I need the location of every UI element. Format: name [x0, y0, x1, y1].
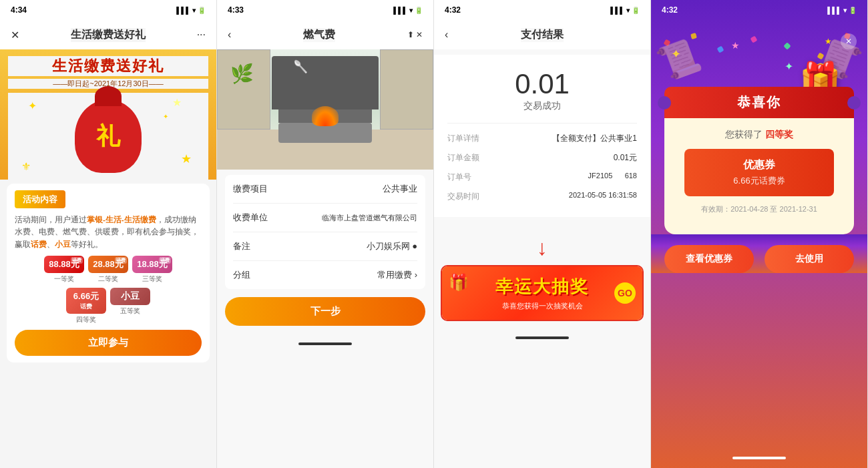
signal-icons-2: ▌▌▌ ▾ 🔋 — [393, 7, 423, 14]
form-row-note: 备注 小刀娱乐网 ● — [233, 232, 417, 261]
panel-1-promo: 4:34 ▌▌▌ ▾ 🔋 ✕ 生活缴费送好礼 ··· 生活缴费送好礼 ——即日起… — [0, 0, 217, 468]
bottom-bar-2 — [217, 334, 433, 354]
use-coupon-button[interactable]: 去使用 — [765, 245, 854, 273]
panel-3-payment: 4:32 ▌▌▌ ▾ 🔋 ‹ 支付结果 0.01 交易成功 订单详情 【全额支付… — [434, 0, 651, 468]
form-label-note: 备注 — [233, 240, 250, 252]
more-icon[interactable]: ··· — [197, 29, 206, 41]
lottery-inner: 🎁 幸运大抽奖 恭喜您获得一次抽奖机会 GO — [442, 266, 642, 320]
star-deco-5: ✦ — [163, 113, 168, 120]
prize-row-1: 话费 88.88元 一等奖 话费 28.88元 二等奖 话费 18.88元 — [15, 256, 202, 284]
prize-badge-1: 话费 88.88元 — [44, 256, 84, 273]
time-4: 4:32 — [662, 5, 678, 15]
prize-label-1: 一等奖 — [54, 274, 74, 284]
lottery-banner[interactable]: 🎁 幸运大抽奖 恭喜您获得一次抽奖机会 GO — [441, 265, 644, 321]
view-coupon-button[interactable]: 查看优惠券 — [664, 245, 754, 273]
congrats-title: 恭喜你 — [737, 95, 781, 109]
divider-1 — [447, 123, 637, 124]
detail-label-orderid: 订单号 — [447, 172, 471, 183]
desc-text-1: 活动期间，用户通过 — [15, 216, 87, 224]
prize-corner-3: 话费 — [159, 257, 171, 264]
lottery-title: 幸运大抽奖 — [495, 275, 589, 298]
star-confetti-2: ★ — [731, 40, 740, 51]
form-value-unit: 临海市上盘管道燃气有限公司 — [322, 213, 417, 223]
participate-button[interactable]: 立即参与 — [15, 330, 202, 356]
prize-row-2: 6.66元 话费 四等奖 小豆 五等奖 — [15, 288, 202, 324]
confetti-3 — [717, 46, 724, 53]
gift-bag-shape: 礼 — [75, 99, 142, 173]
page-title-2: 燃气费 — [303, 28, 335, 42]
flame — [312, 106, 339, 126]
activity-link[interactable]: 掌银-生活-生活缴费 — [87, 216, 156, 224]
close-button[interactable]: ✕ — [841, 33, 857, 49]
cabinet-left — [217, 49, 270, 130]
coupon-display: 优惠券 6.66元话费券 — [684, 149, 834, 196]
time-1: 4:34 — [11, 5, 27, 15]
promo-banner: 生活缴费送好礼 ——即日起~2021年12月30日—— ✦ ★ ⚜ 礼 ★ ✦ — [0, 49, 216, 180]
detail-row-desc: 订单详情 【全额支付】公共事业1 — [447, 129, 637, 148]
prize-item-5: 小豆 五等奖 — [110, 288, 150, 324]
form-value-note: 小刀娱乐网 ● — [367, 240, 417, 252]
status-bar-2: 4:33 ▌▌▌ ▾ 🔋 — [217, 0, 433, 20]
form-row-group[interactable]: 分组 常用缴费 › — [233, 261, 417, 289]
time-3: 4:32 — [445, 5, 461, 15]
activity-header-text: 活动内容 — [23, 194, 57, 204]
back-icon-3[interactable]: ‹ — [445, 29, 448, 41]
close-icon[interactable]: ✕ — [11, 29, 19, 41]
detail-label-desc: 订单详情 — [447, 133, 479, 144]
result-section: 0.01 交易成功 订单详情 【全额支付】公共事业1 订单金额 0.01元 订单… — [434, 55, 650, 217]
lottery-subtitle: 恭喜您获得一次抽奖机会 — [502, 301, 583, 311]
cabinet-right — [380, 49, 433, 130]
prize-badge-3: 话费 18.88元 — [132, 256, 172, 273]
prize-item-1: 话费 88.88元 一等奖 — [44, 256, 84, 284]
gift-char: 礼 — [96, 120, 120, 153]
back-icon-2[interactable]: ‹ — [228, 29, 231, 41]
signal-icons-3: ▌▌▌ ▾ 🔋 — [610, 7, 640, 14]
prize-text: 您获得了 — [725, 129, 763, 140]
form-section-2: 缴费项目 公共事业 收费单位 临海市上盘管道燃气有限公司 备注 小刀娱乐网 ● … — [225, 175, 425, 289]
plant-deco: 🌿 — [230, 63, 254, 85]
prize-label-2: 二等奖 — [98, 274, 118, 284]
home-indicator-4 — [732, 457, 786, 459]
star-confetti-3: ✦ — [785, 60, 793, 73]
prize-label-5: 五等奖 — [120, 306, 140, 316]
prize-badge-5: 小豆 — [110, 288, 150, 305]
form-value-group: 常用缴费 › — [377, 269, 417, 281]
activity-description: 活动期间，用户通过掌银-生活-生活缴费，成功缴纳水费、电费、燃气费、供暖费，即有… — [15, 214, 202, 250]
page-title-3: 支付结果 — [521, 28, 564, 42]
confetti-5 — [783, 42, 791, 49]
go-button[interactable]: GO — [614, 282, 636, 304]
prize-validity: 有效期：2021-04-28 至 2021-12-31 — [678, 204, 841, 214]
star-deco-2: ★ — [172, 96, 182, 109]
result-status: 交易成功 — [447, 100, 637, 112]
prize-label-4: 四等奖 — [76, 315, 96, 324]
form-row-project: 缴费项目 公共事业 — [233, 175, 417, 204]
prize-label-3: 三等奖 — [142, 274, 162, 284]
highlight-2: 小豆 — [55, 240, 71, 248]
prize-card-header: 恭喜你 — [664, 87, 854, 118]
coupon-title: 优惠券 — [694, 158, 825, 172]
next-button[interactable]: 下一步 — [225, 297, 425, 326]
status-bar-3: 4:32 ▌▌▌ ▾ 🔋 — [434, 0, 650, 20]
form-label-project: 缴费项目 — [233, 183, 268, 195]
detail-value-desc: 【全额支付】公共事业1 — [552, 133, 637, 144]
activity-header-badge: 活动内容 — [15, 190, 65, 208]
prize-amount-4: 6.66元 — [73, 291, 99, 301]
panel-4-prize: 4:32 ▌▌▌ ▾ 🔋 ✦ ★ ✦ ★ 📜 📜 ✕ 🎁 恭喜你 您获得了 四等… — [651, 0, 868, 468]
result-amount: 0.01 — [447, 68, 637, 100]
prize-badge-2: 话费 28.88元 — [88, 256, 128, 273]
highlight-1: 话费 — [31, 240, 47, 248]
status-bar-1: 4:34 ▌▌▌ ▾ 🔋 — [0, 0, 216, 20]
prize-card: 🎁 恭喜你 您获得了 四等奖 优惠券 6.66元话费券 有效期：2021-04-… — [664, 87, 854, 234]
nav-bar-3: ‹ 支付结果 — [434, 20, 650, 49]
share-icon[interactable]: ⬆ ✕ — [407, 30, 423, 39]
prize-corner-2: 话费 — [115, 257, 127, 264]
prize-corner-1: 话费 — [71, 257, 83, 264]
home-indicator-3 — [515, 336, 569, 339]
prize-got-text: 您获得了 四等奖 — [678, 129, 841, 141]
home-indicator-2 — [298, 342, 352, 345]
utensils-deco: 🥄 — [293, 59, 308, 74]
prize-amount-5: 小豆 — [121, 290, 140, 301]
prize-card-body: 您获得了 四等奖 优惠券 6.66元话费券 有效期：2021-04-28 至 2… — [664, 118, 854, 221]
nav-bar-1: ✕ 生活缴费送好礼 ··· — [0, 20, 216, 49]
form-value-project: 公共事业 — [383, 183, 417, 195]
